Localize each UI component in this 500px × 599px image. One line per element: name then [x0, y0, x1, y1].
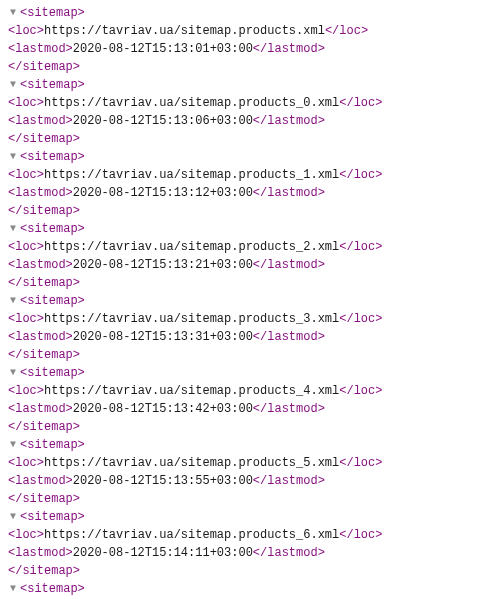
lastmod-close-tag: </lastmod>: [253, 258, 325, 272]
sitemap-open-line[interactable]: ▼<sitemap>: [8, 364, 492, 382]
sitemap-close-line[interactable]: </sitemap>: [8, 490, 492, 508]
sitemap-close-tag: </sitemap>: [8, 564, 80, 578]
loc-open-tag: <loc>: [8, 312, 44, 326]
sitemap-open-tag: <sitemap>: [20, 6, 85, 20]
lastmod-line[interactable]: <lastmod>2020-08-12T15:13:21+03:00</last…: [8, 256, 492, 274]
loc-line[interactable]: <loc>https://tavriav.ua/sitemap.products…: [8, 238, 492, 256]
sitemap-node: ▼<sitemap><loc>https://tavriav.ua/sitema…: [8, 148, 492, 220]
sitemap-open-tag: <sitemap>: [20, 366, 85, 380]
loc-close-tag: </loc>: [339, 240, 382, 254]
sitemap-open-line[interactable]: ▼<sitemap>: [8, 220, 492, 238]
lastmod-open-tag: <lastmod>: [8, 402, 73, 416]
lastmod-line[interactable]: <lastmod>2020-08-12T15:13:12+03:00</last…: [8, 184, 492, 202]
expand-toggle-icon[interactable]: ▼: [10, 365, 20, 380]
sitemap-open-tag: <sitemap>: [20, 582, 85, 596]
lastmod-close-tag: </lastmod>: [253, 474, 325, 488]
lastmod-open-tag: <lastmod>: [8, 114, 73, 128]
lastmod-close-tag: </lastmod>: [253, 330, 325, 344]
lastmod-open-tag: <lastmod>: [8, 42, 73, 56]
lastmod-open-tag: <lastmod>: [8, 330, 73, 344]
loc-value: https://tavriav.ua/sitemap.products_6.xm…: [44, 528, 339, 542]
sitemap-open-tag: <sitemap>: [20, 222, 85, 236]
loc-open-tag: <loc>: [8, 240, 44, 254]
lastmod-open-tag: <lastmod>: [8, 258, 73, 272]
expand-toggle-icon[interactable]: ▼: [10, 293, 20, 308]
lastmod-close-tag: </lastmod>: [253, 42, 325, 56]
lastmod-close-tag: </lastmod>: [253, 402, 325, 416]
sitemap-close-tag: </sitemap>: [8, 60, 80, 74]
loc-value: https://tavriav.ua/sitemap.products_4.xm…: [44, 384, 339, 398]
lastmod-value: 2020-08-12T15:13:55+03:00: [73, 474, 253, 488]
lastmod-line[interactable]: <lastmod>2020-08-12T15:13:31+03:00</last…: [8, 328, 492, 346]
sitemap-close-line[interactable]: </sitemap>: [8, 346, 492, 364]
sitemap-close-tag: </sitemap>: [8, 348, 80, 362]
lastmod-close-tag: </lastmod>: [253, 546, 325, 560]
loc-open-tag: <loc>: [8, 96, 44, 110]
sitemap-open-line[interactable]: ▼<sitemap>: [8, 508, 492, 526]
sitemap-node: ▼<sitemap><loc>https://tavriav.ua/sitema…: [8, 508, 492, 580]
loc-value: https://tavriav.ua/sitemap.products_2.xm…: [44, 240, 339, 254]
expand-toggle-icon[interactable]: ▼: [10, 581, 20, 596]
lastmod-line[interactable]: <lastmod>2020-08-12T15:13:55+03:00</last…: [8, 472, 492, 490]
loc-close-tag: </loc>: [339, 312, 382, 326]
sitemap-node: ▼<sitemap><loc>https://tavriav.ua/sitema…: [8, 220, 492, 292]
loc-line[interactable]: <loc>https://tavriav.ua/sitemap.products…: [8, 382, 492, 400]
sitemap-node: ▼<sitemap><loc>https://tavriav.ua/sitema…: [8, 364, 492, 436]
loc-open-tag: <loc>: [8, 528, 44, 542]
sitemap-open-tag: <sitemap>: [20, 510, 85, 524]
loc-open-tag: <loc>: [8, 24, 44, 38]
sitemap-close-line[interactable]: </sitemap>: [8, 202, 492, 220]
expand-toggle-icon[interactable]: ▼: [10, 5, 20, 20]
sitemap-close-line[interactable]: </sitemap>: [8, 562, 492, 580]
sitemap-close-line[interactable]: </sitemap>: [8, 130, 492, 148]
sitemap-open-tag: <sitemap>: [20, 294, 85, 308]
loc-line[interactable]: <loc>https://tavriav.ua/sitemap.products…: [8, 454, 492, 472]
expand-toggle-icon[interactable]: ▼: [10, 437, 20, 452]
lastmod-value: 2020-08-12T15:14:11+03:00: [73, 546, 253, 560]
sitemap-open-line[interactable]: ▼<sitemap>: [8, 436, 492, 454]
sitemap-node: ▼<sitemap><loc>https://tavriav.ua/sitema…: [8, 4, 492, 76]
loc-line[interactable]: <loc>https://tavriav.ua/sitemap.products…: [8, 310, 492, 328]
loc-close-tag: </loc>: [339, 384, 382, 398]
loc-line[interactable]: <loc>https://tavriav.ua/sitemap.products…: [8, 94, 492, 112]
loc-line[interactable]: <loc>https://tavriav.ua/sitemap.products…: [8, 166, 492, 184]
expand-toggle-icon[interactable]: ▼: [10, 509, 20, 524]
sitemap-close-line[interactable]: </sitemap>: [8, 418, 492, 436]
sitemap-close-line[interactable]: </sitemap>: [8, 58, 492, 76]
expand-toggle-icon[interactable]: ▼: [10, 77, 20, 92]
expand-toggle-icon[interactable]: ▼: [10, 149, 20, 164]
lastmod-close-tag: </lastmod>: [253, 114, 325, 128]
sitemap-node: ▼<sitemap><loc>https://tavriav.ua/sitema…: [8, 580, 492, 599]
sitemap-open-line[interactable]: ▼<sitemap>: [8, 292, 492, 310]
lastmod-value: 2020-08-12T15:13:01+03:00: [73, 42, 253, 56]
sitemap-node: ▼<sitemap><loc>https://tavriav.ua/sitema…: [8, 436, 492, 508]
lastmod-value: 2020-08-12T15:13:12+03:00: [73, 186, 253, 200]
expand-toggle-icon[interactable]: ▼: [10, 221, 20, 236]
sitemap-close-tag: </sitemap>: [8, 492, 80, 506]
lastmod-line[interactable]: <lastmod>2020-08-12T15:13:06+03:00</last…: [8, 112, 492, 130]
loc-value: https://tavriav.ua/sitemap.products.xml: [44, 24, 325, 38]
loc-close-tag: </loc>: [339, 528, 382, 542]
sitemap-open-line[interactable]: ▼<sitemap>: [8, 580, 492, 598]
loc-line[interactable]: <loc>https://tavriav.ua/sitemap.products…: [8, 526, 492, 544]
loc-close-tag: </loc>: [339, 168, 382, 182]
loc-close-tag: </loc>: [339, 456, 382, 470]
loc-close-tag: </loc>: [325, 24, 368, 38]
lastmod-line[interactable]: <lastmod>2020-08-12T15:13:01+03:00</last…: [8, 40, 492, 58]
sitemap-open-line[interactable]: ▼<sitemap>: [8, 76, 492, 94]
sitemap-open-line[interactable]: ▼<sitemap>: [8, 148, 492, 166]
loc-value: https://tavriav.ua/sitemap.products_3.xm…: [44, 312, 339, 326]
sitemap-close-line[interactable]: </sitemap>: [8, 274, 492, 292]
sitemap-open-line[interactable]: ▼<sitemap>: [8, 4, 492, 22]
loc-value: https://tavriav.ua/sitemap.products_5.xm…: [44, 456, 339, 470]
xml-tree-view: ▼<sitemap><loc>https://tavriav.ua/sitema…: [8, 4, 492, 599]
loc-value: https://tavriav.ua/sitemap.products_1.xm…: [44, 168, 339, 182]
loc-open-tag: <loc>: [8, 384, 44, 398]
sitemap-open-tag: <sitemap>: [20, 78, 85, 92]
lastmod-value: 2020-08-12T15:13:31+03:00: [73, 330, 253, 344]
loc-line[interactable]: <loc>https://tavriav.ua/sitemap.products…: [8, 22, 492, 40]
sitemap-open-tag: <sitemap>: [20, 438, 85, 452]
loc-value: https://tavriav.ua/sitemap.products_0.xm…: [44, 96, 339, 110]
lastmod-line[interactable]: <lastmod>2020-08-12T15:14:11+03:00</last…: [8, 544, 492, 562]
lastmod-line[interactable]: <lastmod>2020-08-12T15:13:42+03:00</last…: [8, 400, 492, 418]
